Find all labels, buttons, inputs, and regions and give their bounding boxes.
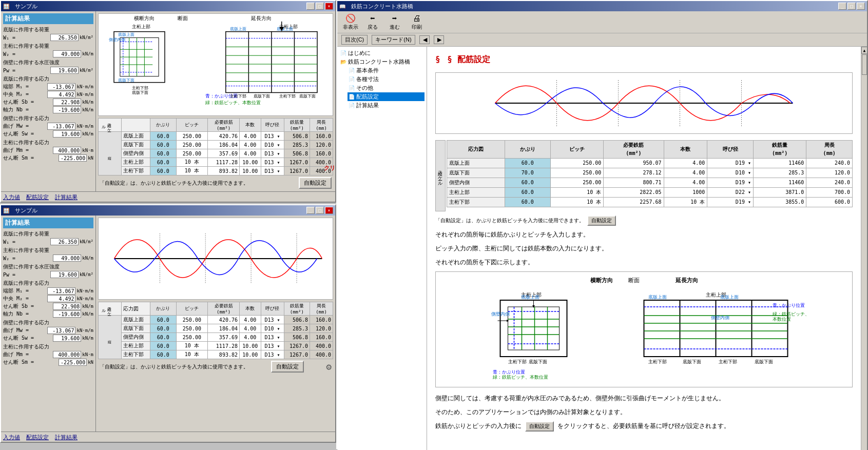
gear-icon-bottom: ⚙	[326, 361, 332, 372]
table-row: 底版下面 60.0 250.00 186.04 4.00 D10 ▾ 285.3…	[99, 141, 333, 149]
mw-value[interactable]: -13.067	[47, 123, 75, 130]
tree-item-main[interactable]: 📂 鉄筋コンクリート水路橋	[339, 57, 425, 66]
nav-results-top[interactable]: 計算結果	[55, 193, 78, 201]
svg-text:底版下面: 底版下面	[132, 90, 148, 95]
m1-value[interactable]: -13.067	[47, 83, 75, 90]
left-panel-top: 計算結果 底版に作用する荷重 W₁ = 26.350 kN/m² 主桁に作用する…	[1, 11, 96, 191]
print-btn[interactable]: 🖨 印刷	[408, 13, 426, 31]
svg-text:主桁下部: 主桁下部	[508, 359, 527, 364]
nb-value[interactable]: -19.600	[53, 106, 81, 113]
table-row: 底版下面 70.0 250.00 278.12 4.00 D10 ▾ 285.3…	[447, 168, 853, 178]
svg-text:底版上面: 底版上面	[277, 27, 293, 31]
back-btn[interactable]: ⬅ 戻る	[363, 13, 381, 31]
sample-window-bottom: 🪟 サンプル _ □ × 計算結果 底版に作用する荷重 W₁ = 26.350 …	[0, 204, 336, 443]
minimize-btn-bottom[interactable]: _	[306, 207, 315, 214]
pw-value[interactable]: 19.600	[50, 67, 79, 74]
tree-item-other[interactable]: 📄 その他	[348, 84, 425, 92]
svg-text:底版上面: 底版上面	[230, 27, 246, 31]
auto-btn-bottom[interactable]: 自動設定	[271, 361, 304, 373]
w1-value[interactable]: 26.350	[50, 34, 79, 41]
help-auto-btn[interactable]: 自動設定	[587, 216, 616, 226]
close-btn-bottom[interactable]: ×	[325, 207, 333, 214]
doc-icon-rebar: 📄	[349, 94, 355, 100]
svg-text:底版上面: 底版上面	[720, 295, 739, 300]
right-panel-bottom: 縦スケール 応力図 かぶり ピッチ 必要鉄筋(mm²) 本数 呼び径 鉄筋量(m…	[96, 216, 335, 432]
close-btn-top[interactable]: ×	[325, 3, 333, 10]
diagram-top: 横断方向 断面 延長方向 主桁上部 主桁上部	[98, 13, 333, 116]
forward-btn[interactable]: ➡ 進む	[385, 13, 403, 31]
svg-rect-53	[500, 300, 567, 357]
section-wall-stress-title: 側壁に作用する応力	[3, 115, 93, 122]
section-girder-stress: 主桁に作用する応力 曲げ Mm = 400.000 kN·m せん断 Sm = …	[3, 139, 93, 162]
sm-value[interactable]: -225.000	[59, 154, 87, 162]
help-para-1: それぞれの箇所毎に鉄筋かぶりとピッチを入力します。	[435, 230, 853, 240]
help-toolbar: 🚫 非表示 ⬅ 戻る ➡ 進む 🖨 印刷	[337, 11, 867, 33]
help-auto-note: 「自動設定」は、かぶりと鉄筋ピッチを入力後に使用できます。 自動設定	[435, 216, 853, 226]
help-auto-btn-2[interactable]: 自動設定	[525, 421, 554, 432]
bottom-nav-bottom: 入力値 配筋設定 計算結果	[1, 432, 335, 443]
maximize-btn-top[interactable]: □	[316, 3, 324, 10]
w2-row: W₂ = 49.000 kN/m	[3, 50, 93, 57]
scroll-up-btn[interactable]: ▲	[861, 47, 867, 54]
sw-value[interactable]: 19.600	[53, 130, 81, 138]
title-bar-top: 🪟 サンプル _ □ ×	[1, 1, 335, 11]
section-girder-load-title: 主桁に作用する荷重	[3, 43, 93, 50]
keyword-btn[interactable]: キーワード(N)	[372, 35, 415, 45]
rebar-table-top: 縦スケール かぶり ピッチ 必要鉄筋(mm²) 本数 呼び径 鉄筋量(mm²) …	[98, 118, 333, 175]
svg-text:延長方向: 延長方向	[250, 15, 272, 21]
nav-input-top[interactable]: 入力値	[3, 193, 20, 201]
graph-area-bottom	[98, 218, 333, 300]
title-bar-bottom: 🪟 サンプル _ □ ×	[1, 205, 335, 216]
auto-btn-top[interactable]: 自動設定	[299, 177, 332, 189]
m2-value[interactable]: 4.492	[47, 91, 75, 98]
back-icon: ⬅	[370, 13, 375, 23]
tree-item-basic[interactable]: 📄 基本条件	[348, 66, 425, 75]
prev-btn[interactable]: ◀	[419, 35, 430, 44]
toc-btn[interactable]: 目次(C)	[341, 35, 368, 45]
w2-value[interactable]: 49.000	[53, 50, 81, 57]
nav-input-bottom[interactable]: 入力値	[3, 434, 20, 441]
tree-item-rebar[interactable]: 📄 配筋設定	[348, 92, 425, 101]
svg-text:底版下面: 底版下面	[755, 359, 773, 364]
help-diag-section: 断面	[628, 276, 640, 285]
minimize-btn-help[interactable]: _	[838, 3, 846, 10]
hide-btn[interactable]: 🚫 非表示	[341, 13, 359, 31]
help-content: § § 配筋設定 縦スケール	[427, 47, 861, 450]
sb-value[interactable]: 22.908	[53, 99, 81, 106]
svg-text:主桁下部: 主桁下部	[230, 94, 246, 99]
scroll-thumb[interactable]	[862, 54, 867, 75]
help-body: 📄 はじめに 📂 鉄筋コンクリート水路橋 📄 基本条件 📄 各種寸法 📄 そ	[337, 47, 867, 450]
results-header-bottom: 計算結果	[3, 218, 93, 228]
help-title: § § 配筋設定	[435, 53, 853, 66]
help-window: 📖 鉄筋コンクリート水路橋 _ □ × 🚫 非表示 ⬅ 戻る ➡ 進む 🖨 印刷…	[336, 0, 868, 450]
click-label: クリック	[324, 164, 336, 172]
folder-icon-main: 📂	[340, 59, 346, 65]
svg-text:主桁下部: 主桁下部	[279, 94, 296, 99]
maximize-btn-bottom[interactable]: □	[316, 207, 324, 214]
close-btn-help[interactable]: ×	[857, 3, 865, 10]
svg-text:底版上面: 底版上面	[648, 295, 667, 300]
help-tree: 📄 はじめに 📂 鉄筋コンクリート水路橋 📄 基本条件 📄 各種寸法 📄 そ	[337, 47, 427, 450]
help-para-2: ピッチ入力の際、主桁に関しては鉄筋本数の入力になります。	[435, 244, 853, 253]
table-row: 側壁内側 60.0 250.00 357.69 4.00 D13 ▾ 506.8…	[99, 333, 333, 342]
forward-icon: ➡	[392, 13, 397, 23]
minimize-btn-top[interactable]: _	[306, 3, 315, 10]
maximize-btn-help[interactable]: □	[847, 3, 856, 10]
help-explanation-3: 鉄筋かぶりとピッチの入力後に 自動設定 をクリックすると、必要鉄筋量を基に呼び径…	[435, 421, 853, 432]
nav-rebar-top[interactable]: 配筋設定	[26, 193, 49, 201]
table-row: 縦 底版上面 60.0 250.00 420.76 4.00 D13 ▾ 506…	[99, 316, 333, 324]
nav-rebar-bottom[interactable]: 配筋設定	[26, 434, 49, 441]
tree-item-dimensions[interactable]: 📄 各種寸法	[348, 75, 425, 84]
table-row: 主桁上部 60.0 10 本 1117.28 10.00 D13 ▾ 1267.…	[99, 342, 333, 350]
bottom-nav-top: 入力値 配筋設定 計算結果	[1, 191, 335, 203]
svg-text:側壁内側: 側壁内側	[109, 37, 125, 42]
mm-value[interactable]: 400.000	[53, 147, 81, 154]
nav-results-bottom[interactable]: 計算結果	[55, 434, 78, 441]
doc-icon-other: 📄	[349, 85, 355, 91]
svg-text:主桁下部: 主桁下部	[132, 86, 148, 90]
tree-item-results[interactable]: 📄 計算結果	[348, 101, 425, 110]
tree-item-intro[interactable]: 📄 はじめに	[339, 49, 425, 57]
help-diag-horiz: 横断方向	[590, 276, 613, 285]
doc-icon-intro: 📄	[340, 50, 346, 56]
next-btn[interactable]: ▶	[434, 35, 444, 44]
